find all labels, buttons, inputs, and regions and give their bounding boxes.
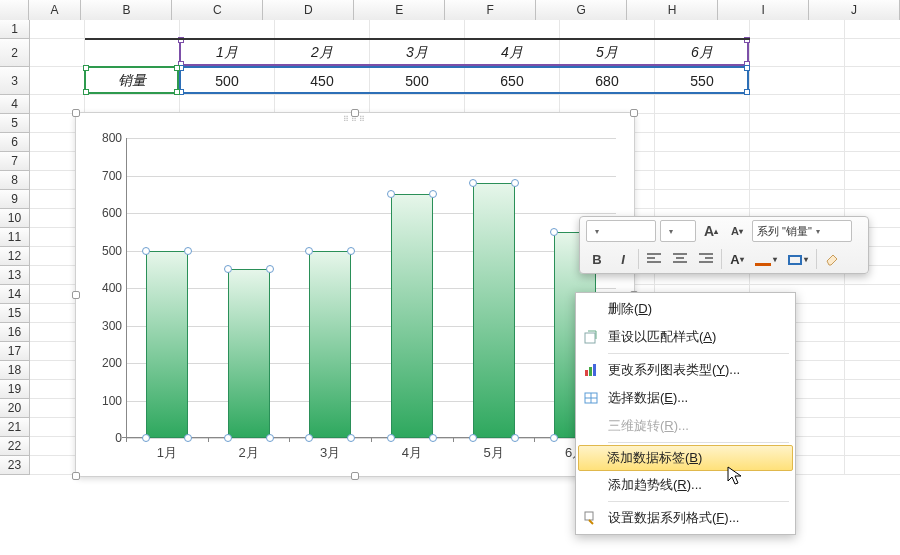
menu-item-add-labels[interactable]: 添加数据标签(B) [578, 445, 793, 471]
cell[interactable] [845, 437, 900, 456]
menu-item-reset[interactable]: 重设以匹配样式(A) [578, 323, 793, 351]
chart-bar[interactable] [473, 183, 515, 438]
chart-plot-area[interactable]: 01002003004005006007008001月2月3月4月5月6月 [126, 138, 616, 438]
cell[interactable] [30, 20, 85, 39]
cell[interactable]: 500 [370, 67, 465, 95]
cell[interactable] [85, 39, 180, 67]
shape-outline-button[interactable]: ▾ [784, 248, 812, 270]
cell[interactable] [845, 67, 900, 95]
align-left-button[interactable] [643, 248, 665, 270]
cell[interactable] [750, 171, 845, 190]
cell[interactable] [845, 171, 900, 190]
row-header[interactable]: 23 [0, 456, 30, 475]
cell[interactable]: 4月 [465, 39, 560, 67]
chart-resize-handle[interactable] [72, 109, 80, 117]
cell[interactable] [655, 171, 750, 190]
cell[interactable] [750, 114, 845, 133]
row-header[interactable]: 19 [0, 380, 30, 399]
cell[interactable] [845, 39, 900, 67]
align-center-button[interactable] [669, 248, 691, 270]
row-header[interactable]: 12 [0, 247, 30, 266]
font-color-button[interactable]: A▾ [726, 248, 748, 270]
row-header[interactable]: 20 [0, 399, 30, 418]
cell[interactable] [750, 39, 845, 67]
chart-resize-handle[interactable] [351, 109, 359, 117]
row-header[interactable]: 11 [0, 228, 30, 247]
column-header[interactable]: H [627, 0, 718, 20]
column-header[interactable]: I [718, 0, 809, 20]
align-right-button[interactable] [695, 248, 717, 270]
chart-resize-handle[interactable] [72, 291, 80, 299]
cell[interactable]: 500 [180, 67, 275, 95]
cell[interactable] [30, 39, 85, 67]
cell[interactable] [655, 133, 750, 152]
cell[interactable] [845, 380, 900, 399]
cell[interactable] [560, 20, 655, 39]
row-header[interactable]: 4 [0, 95, 30, 114]
cell[interactable] [750, 133, 845, 152]
row-header[interactable]: 14 [0, 285, 30, 304]
cell[interactable] [370, 20, 465, 39]
cell[interactable] [465, 20, 560, 39]
row-header[interactable]: 17 [0, 342, 30, 361]
row-header[interactable]: 5 [0, 114, 30, 133]
cell[interactable] [845, 342, 900, 361]
cell[interactable] [845, 152, 900, 171]
cell[interactable] [845, 190, 900, 209]
cell[interactable] [845, 456, 900, 475]
cell[interactable]: 5月 [560, 39, 655, 67]
cell[interactable] [30, 67, 85, 95]
cell[interactable] [655, 114, 750, 133]
column-header[interactable]: B [81, 0, 172, 20]
cell[interactable] [750, 95, 845, 114]
cell[interactable]: 3月 [370, 39, 465, 67]
series-name-combo[interactable]: 系列 "销量"▾ [752, 220, 852, 242]
cell[interactable] [845, 399, 900, 418]
chart-resize-handle[interactable] [351, 472, 359, 480]
shape-fill-button[interactable]: ▾ [752, 248, 780, 270]
cell[interactable] [845, 418, 900, 437]
menu-item-format[interactable]: 设置数据系列格式(F)... [578, 504, 793, 532]
cell[interactable] [845, 285, 900, 304]
row-header[interactable]: 10 [0, 209, 30, 228]
grow-font-button[interactable]: A▴ [700, 220, 722, 242]
chart-bar[interactable] [391, 194, 433, 438]
chart-bar[interactable] [228, 269, 270, 438]
column-header[interactable]: F [445, 0, 536, 20]
cell[interactable] [655, 95, 750, 114]
cell[interactable]: 650 [465, 67, 560, 95]
menu-item-add-trend[interactable]: 添加趋势线(R)... [578, 471, 793, 499]
font-family-combo[interactable]: ▾ [586, 220, 656, 242]
cell[interactable] [85, 20, 180, 39]
cell[interactable] [275, 20, 370, 39]
font-size-combo[interactable]: ▾ [660, 220, 696, 242]
cell[interactable] [750, 152, 845, 171]
row-header[interactable]: 13 [0, 266, 30, 285]
italic-button[interactable]: I [612, 248, 634, 270]
row-header[interactable]: 16 [0, 323, 30, 342]
menu-item-delete[interactable]: 删除(D) [578, 295, 793, 323]
row-header[interactable]: 9 [0, 190, 30, 209]
cell[interactable] [845, 114, 900, 133]
column-header[interactable]: G [536, 0, 627, 20]
row-header[interactable]: 2 [0, 39, 30, 67]
cell[interactable] [180, 20, 275, 39]
menu-item-select-data[interactable]: 选择数据(E)... [578, 384, 793, 412]
column-header[interactable]: E [354, 0, 445, 20]
cell[interactable] [750, 20, 845, 39]
column-header[interactable]: A [29, 0, 82, 20]
cell[interactable] [845, 304, 900, 323]
bold-button[interactable]: B [586, 248, 608, 270]
row-header[interactable]: 15 [0, 304, 30, 323]
cell[interactable]: 1月 [180, 39, 275, 67]
chart-bar[interactable] [146, 251, 188, 439]
chart-resize-handle[interactable] [72, 472, 80, 480]
cell[interactable] [655, 20, 750, 39]
cell[interactable]: 550 [655, 67, 750, 95]
row-header[interactable]: 22 [0, 437, 30, 456]
shrink-font-button[interactable]: A▾ [726, 220, 748, 242]
cell[interactable] [845, 361, 900, 380]
cell[interactable]: 680 [560, 67, 655, 95]
select-all-corner[interactable] [0, 0, 29, 20]
chart-resize-handle[interactable] [630, 109, 638, 117]
